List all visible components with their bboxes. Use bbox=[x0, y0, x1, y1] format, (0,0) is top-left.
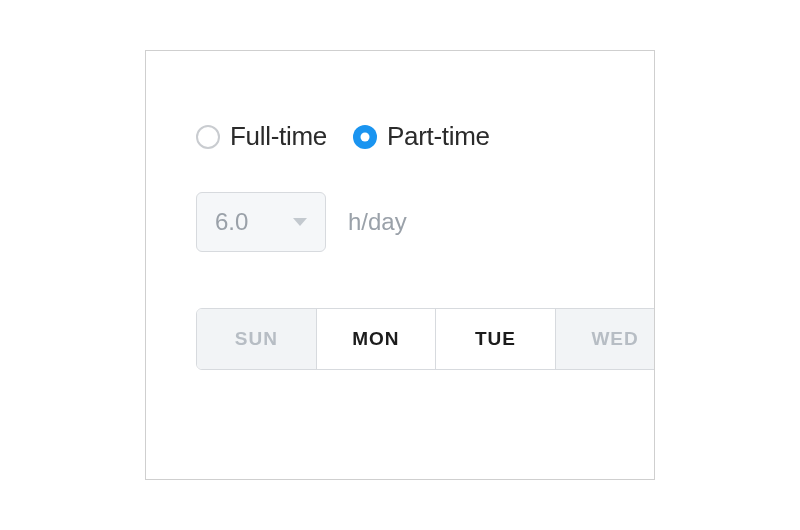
radio-label: Part-time bbox=[387, 121, 490, 152]
radio-icon bbox=[196, 125, 220, 149]
day-code: SUN bbox=[235, 328, 278, 350]
radio-icon bbox=[353, 125, 377, 149]
radio-option-full-time[interactable]: Full-time bbox=[196, 121, 327, 152]
day-toggle-tue[interactable]: TUE bbox=[436, 309, 556, 369]
chevron-down-icon bbox=[293, 218, 307, 226]
hours-value: 6.0 bbox=[215, 208, 248, 236]
day-toggle-mon[interactable]: MON bbox=[317, 309, 437, 369]
day-toggle-wed[interactable]: WED bbox=[556, 309, 655, 369]
day-code: WED bbox=[591, 328, 638, 350]
radio-option-part-time[interactable]: Part-time bbox=[353, 121, 490, 152]
employment-type-group: Full-time Part-time bbox=[196, 121, 654, 152]
hours-select[interactable]: 6.0 bbox=[196, 192, 326, 252]
radio-label: Full-time bbox=[230, 121, 327, 152]
hours-unit-label: h/day bbox=[348, 208, 407, 236]
day-code: MON bbox=[352, 328, 399, 350]
settings-panel: Full-time Part-time 6.0 h/day SUN MON TU… bbox=[145, 50, 655, 480]
day-code: TUE bbox=[475, 328, 516, 350]
days-of-week-selector: SUN MON TUE WED THU bbox=[196, 308, 655, 370]
hours-per-day-row: 6.0 h/day bbox=[196, 192, 654, 252]
day-toggle-sun[interactable]: SUN bbox=[197, 309, 317, 369]
